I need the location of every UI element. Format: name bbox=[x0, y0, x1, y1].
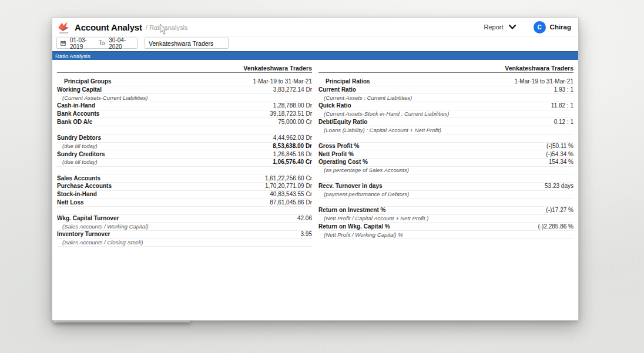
company-header: Venkateshwara Traders bbox=[318, 62, 573, 73]
row-value: 75,000.00 Cr bbox=[278, 119, 312, 125]
table-row: Bank OD A/c75,000.00 Cr bbox=[57, 118, 312, 126]
row-label: Principal Groups bbox=[57, 79, 112, 85]
table-row: Principal Ratios1-Mar-19 to 31-Mar-21 bbox=[318, 78, 573, 86]
logo-caption bbox=[59, 32, 68, 33]
row-label: (Sales Accounts / Closing Stock) bbox=[57, 240, 143, 246]
table-row: (Sales Accounts / Closing Stock) bbox=[57, 239, 312, 247]
row-label: (Loans (Liability) : Capital Account + N… bbox=[318, 127, 441, 133]
filter-bar: 01-03-2019 To 30-04-2020 bbox=[52, 36, 578, 51]
user-name: Chirag bbox=[550, 23, 571, 31]
table-row: (Nett Profit / Capital Account + Nett Pr… bbox=[318, 215, 573, 223]
row-label: Nett Loss bbox=[57, 200, 84, 206]
row-label: Debt/Equity Ratio bbox=[318, 119, 367, 125]
breadcrumb: / Ratioanalysis bbox=[146, 23, 188, 31]
table-row: (Current Assets-Stock-in-Hand : Current … bbox=[318, 110, 573, 119]
table-row bbox=[318, 199, 573, 207]
date-to: 30-04-2020 bbox=[109, 37, 133, 50]
table-row: Return on Investment %(-)17.27 % bbox=[318, 207, 573, 215]
row-label: (Nett Profit / Capital Account + Nett Pr… bbox=[318, 216, 428, 221]
row-value: 0.12 : 1 bbox=[554, 119, 573, 125]
row-value: 154.34 % bbox=[549, 159, 573, 165]
row-label: Stock-in-Hand bbox=[57, 191, 97, 197]
table-row: (due till today)8,53,638.00 Dr bbox=[57, 143, 312, 151]
row-label: (Sales Accounts / Working Capital) bbox=[57, 224, 148, 230]
calendar-icon bbox=[61, 40, 66, 46]
table-row: Cash-in-Hand1,28,788.00 Dr bbox=[57, 102, 312, 110]
avatar[interactable]: C bbox=[534, 21, 546, 33]
row-value: 1,70,20,771.09 Dr bbox=[265, 183, 312, 189]
row-value: 1,06,576.40 Cr bbox=[273, 159, 312, 165]
row-label: Purchase Accounts bbox=[57, 183, 112, 189]
table-row bbox=[57, 167, 312, 175]
app-logo bbox=[56, 21, 71, 33]
date-from: 01-03-2019 bbox=[70, 37, 95, 50]
table-rows: Principal Groups1-Mar-19 to 31-Mar-21Wor… bbox=[57, 78, 312, 247]
row-label: Nett Profit % bbox=[318, 152, 354, 157]
table-row: (as percentage of Sales Accounts) bbox=[318, 167, 573, 175]
avatar-initial: C bbox=[537, 24, 541, 31]
row-value: (-)54.34 % bbox=[546, 152, 573, 157]
row-value: (-)2,285.86 % bbox=[538, 224, 573, 230]
table-row: (due till today)1,06,576.40 Cr bbox=[57, 159, 312, 167]
app-window: Account Analyst / Ratioanalysis Report C… bbox=[52, 18, 579, 321]
row-label: (Nett Profit / Working Capital) % bbox=[318, 232, 403, 238]
table-row: (Current Assets : Current Liabilities) bbox=[318, 94, 573, 102]
title-bar: Account Analyst / Ratioanalysis Report C… bbox=[52, 18, 578, 36]
row-label: Quick Ratio bbox=[318, 103, 351, 109]
principal-groups-table: Venkateshwara Traders Principal Groups1-… bbox=[57, 62, 312, 247]
table-row bbox=[318, 135, 573, 143]
row-label: Sundry Creditors bbox=[57, 152, 105, 157]
row-value: 40,83,543.55 Cr bbox=[270, 191, 312, 197]
table-row: Purchase Accounts1,70,20,771.09 Dr bbox=[57, 183, 312, 191]
row-label: (due till today) bbox=[57, 143, 98, 149]
row-value: 39,18,723.51 Dr bbox=[270, 111, 312, 117]
table-row: Gross Profit %(-)50.11 % bbox=[318, 143, 573, 151]
row-label: Recv. Turnover in days bbox=[318, 183, 383, 189]
row-value: 4,44,962.03 Dr bbox=[273, 135, 312, 141]
row-label: Current Ratio bbox=[318, 87, 356, 93]
row-label: (Current Assets : Current Liabilities) bbox=[318, 95, 412, 101]
row-value: (-)50.11 % bbox=[546, 143, 573, 149]
table-rows: Principal Ratios1-Mar-19 to 31-Mar-21Cur… bbox=[318, 78, 573, 239]
row-value: (-)17.27 % bbox=[546, 207, 573, 213]
page-title: Account Analyst bbox=[75, 22, 142, 32]
report-content: Venkateshwara Traders Principal Groups1-… bbox=[52, 60, 578, 62]
row-label: (as percentage of Sales Accounts) bbox=[318, 167, 409, 173]
row-value: 42.06 bbox=[297, 216, 312, 221]
table-row: Nett Loss87,61,045.86 Dr bbox=[57, 199, 312, 207]
table-row: Sales Accounts1,61,22,256.60 Cr bbox=[57, 174, 312, 183]
row-value: 1,26,845.16 Dr bbox=[273, 152, 312, 157]
row-value: 1,28,788.00 Dr bbox=[273, 103, 312, 109]
row-value: 8,53,638.00 Dr bbox=[273, 143, 312, 149]
row-value: 3.95 bbox=[301, 231, 312, 237]
row-label: (Current Assets-Stock-in-Hand : Current … bbox=[318, 111, 449, 117]
table-row: Stock-in-Hand40,83,543.55 Cr bbox=[57, 191, 312, 199]
row-value: 3,83,272.14 Dr bbox=[273, 87, 312, 93]
report-dropdown-label: Report bbox=[484, 23, 504, 31]
row-value: 1.93 : 1 bbox=[554, 87, 573, 93]
table-row: Debt/Equity Ratio0.12 : 1 bbox=[318, 118, 573, 126]
company-input[interactable] bbox=[145, 38, 229, 49]
row-label: Working Capital bbox=[57, 87, 102, 93]
chevron-down-icon bbox=[509, 25, 516, 29]
table-row: Bank Accounts39,18,723.51 Dr bbox=[57, 110, 312, 119]
row-value: 87,61,045.86 Dr bbox=[270, 200, 312, 206]
row-label: Bank OD A/c bbox=[57, 119, 92, 125]
date-range-picker[interactable]: 01-03-2019 To 30-04-2020 bbox=[56, 38, 137, 49]
date-to-label: To bbox=[99, 40, 105, 46]
report-dropdown[interactable]: Report bbox=[484, 23, 516, 31]
row-label: Inventory Turnover bbox=[57, 231, 110, 237]
row-label: Return on Wkg. Capital % bbox=[318, 224, 390, 230]
section-title-bar: Ratio Analysis bbox=[52, 51, 578, 60]
table-row: (Current Assets-Current Liabilities) bbox=[57, 94, 312, 102]
table-row: Principal Groups1-Mar-19 to 31-Mar-21 bbox=[57, 78, 312, 86]
table-row: Nett Profit %(-)54.34 % bbox=[318, 150, 573, 159]
table-row: Operating Cost %154.34 % bbox=[318, 159, 573, 167]
row-label: Bank Accounts bbox=[57, 111, 99, 117]
row-label: Wkg. Capital Turnover bbox=[57, 216, 119, 221]
table-row: Wkg. Capital Turnover42.06 bbox=[57, 215, 312, 223]
table-row: (payment performance of Debtors) bbox=[318, 191, 573, 199]
bird-logo-icon bbox=[57, 21, 70, 32]
table-row: (Loans (Liability) : Capital Account + N… bbox=[318, 126, 573, 135]
table-row bbox=[57, 207, 312, 215]
